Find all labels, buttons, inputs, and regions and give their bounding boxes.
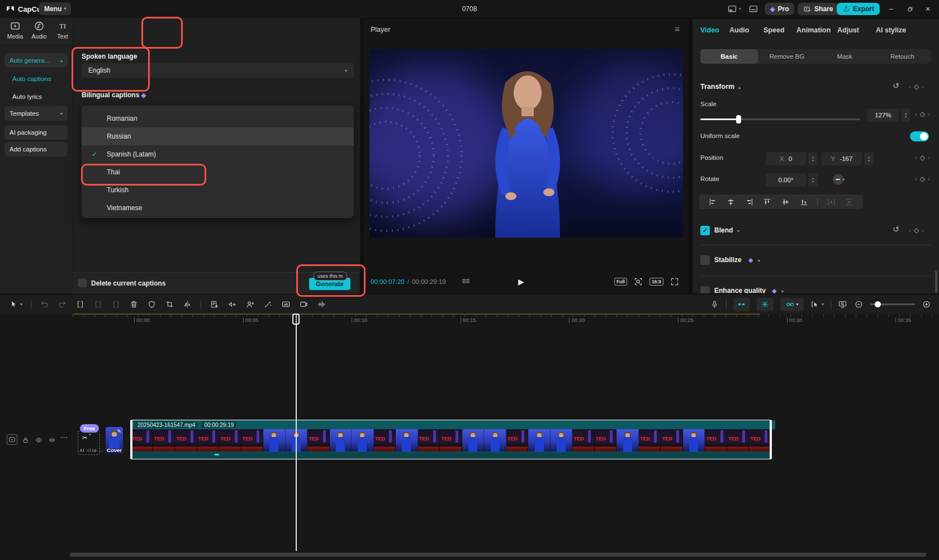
export-button[interactable]: Export bbox=[837, 3, 880, 15]
playhead-line[interactable] bbox=[296, 314, 297, 551]
subtab-retouch[interactable]: Retouch bbox=[874, 49, 931, 64]
sidebar-item-ai-packaging[interactable]: AI packaging bbox=[4, 125, 68, 140]
toolbar-tab-audio[interactable]: Audio bbox=[32, 20, 47, 40]
layout-toggle-icon[interactable] bbox=[727, 4, 738, 14]
subtab-basic[interactable]: Basic bbox=[700, 49, 758, 64]
timeline-preview-icon[interactable] bbox=[838, 300, 847, 309]
subtab-mask[interactable]: Mask bbox=[816, 49, 874, 64]
sidebar-item-templates[interactable]: Templates▾ bbox=[4, 106, 68, 121]
delete-captions-checkbox[interactable] bbox=[78, 279, 87, 287]
scale-slider[interactable] bbox=[700, 118, 860, 120]
chevron-down-icon[interactable]: ▾ bbox=[781, 289, 784, 293]
enhance-quality-checkbox[interactable] bbox=[700, 286, 710, 293]
select-tool[interactable]: ▾ bbox=[9, 300, 22, 309]
link-toggle-icon[interactable]: ▾ bbox=[780, 298, 804, 311]
preview-zoom-icon[interactable] bbox=[633, 277, 643, 287]
magic-tools-icon[interactable] bbox=[263, 300, 273, 309]
language-option-vietnamese[interactable]: Vietnamese bbox=[82, 199, 354, 217]
mute-icon[interactable] bbox=[147, 300, 156, 309]
align-right-icon[interactable] bbox=[744, 197, 754, 207]
blend-checkbox[interactable]: ✓ bbox=[700, 226, 710, 235]
share-button[interactable]: Share bbox=[798, 3, 838, 15]
inspector-tab-audio[interactable]: Audio bbox=[729, 26, 749, 34]
timeline-zoom-thumb[interactable] bbox=[875, 301, 881, 307]
redo-icon[interactable] bbox=[58, 300, 67, 309]
transform-keyframe-nav[interactable]: ‹◇› bbox=[909, 83, 924, 91]
zoom-out-icon[interactable] bbox=[854, 300, 864, 309]
delete-left-icon[interactable] bbox=[93, 300, 103, 309]
playhead-handle[interactable] bbox=[292, 314, 300, 325]
zoom-in-icon[interactable] bbox=[922, 300, 931, 309]
mute-track-icon[interactable] bbox=[48, 436, 56, 444]
rotate-value-field[interactable]: 0.00° bbox=[766, 173, 806, 187]
inspector-tab-video[interactable]: Video bbox=[700, 26, 719, 34]
inspector-tab-ai-stylize[interactable]: AI stylize bbox=[876, 26, 906, 34]
align-center-vertical-icon[interactable] bbox=[781, 197, 790, 207]
pro-badge[interactable]: ◆ Pro bbox=[765, 3, 794, 15]
blend-keyframe-nav[interactable]: ‹◇› bbox=[909, 226, 924, 234]
stabilize-checkbox[interactable] bbox=[700, 255, 710, 265]
sidebar-item-auto-lyrics[interactable]: Auto lyrics bbox=[4, 89, 68, 104]
transform-section-title[interactable]: Transform bbox=[700, 83, 734, 91]
play-button[interactable]: ▶ bbox=[518, 277, 524, 286]
lock-track-icon[interactable] bbox=[21, 436, 30, 444]
toolbar-tab-media[interactable]: Media bbox=[7, 20, 23, 40]
scale-stepper[interactable]: ▴▾ bbox=[901, 108, 910, 122]
undo-icon[interactable] bbox=[40, 300, 49, 309]
fullscreen-icon[interactable] bbox=[670, 277, 680, 287]
restore-button[interactable] bbox=[903, 2, 917, 16]
delete-right-icon[interactable] bbox=[111, 300, 121, 309]
clip-left-handle[interactable] bbox=[130, 420, 132, 459]
track-more-icon[interactable]: ⋯ bbox=[60, 433, 68, 442]
inspector-tab-speed[interactable]: Speed bbox=[763, 26, 785, 34]
position-x-stepper[interactable]: ▴▾ bbox=[808, 152, 818, 165]
position-keyframe-nav[interactable]: ‹◇› bbox=[915, 154, 930, 162]
reset-blend-icon[interactable]: ↺ bbox=[893, 225, 899, 234]
minimize-button[interactable]: − bbox=[884, 2, 898, 16]
rotate-keyframe-nav[interactable]: ‹◇› bbox=[915, 175, 930, 183]
ai-clip-module[interactable]: ✂ ✦ AI clip... bbox=[78, 430, 100, 455]
mirror-icon[interactable] bbox=[183, 300, 192, 309]
sidebar-item-auto-genera-[interactable]: Auto genera...▴ bbox=[4, 53, 68, 68]
subtab-remove-bg[interactable]: Remove BG bbox=[758, 49, 815, 64]
language-option-spanish-latam-[interactable]: ✓Spanish (Latam) bbox=[82, 145, 354, 163]
scale-slider-thumb[interactable] bbox=[736, 115, 741, 124]
sidebar-item-auto-captions[interactable]: Auto captions bbox=[4, 72, 68, 86]
cover-thumbnail[interactable]: ✎ Cover bbox=[106, 427, 123, 454]
position-x-field[interactable]: X 0 bbox=[766, 152, 806, 165]
split-icon[interactable] bbox=[75, 300, 85, 309]
align-center-horizontal-icon[interactable] bbox=[726, 197, 736, 207]
inspector-tab-animation[interactable]: Animation bbox=[796, 26, 831, 34]
enhance-hd-icon[interactable] bbox=[281, 300, 291, 309]
audio-waveform-icon[interactable] bbox=[317, 300, 326, 309]
close-button[interactable]: × bbox=[921, 2, 935, 16]
scale-value-field[interactable]: 127% bbox=[867, 108, 899, 122]
clip-right-handle[interactable] bbox=[770, 420, 772, 459]
position-y-field[interactable]: Y -167 bbox=[822, 152, 862, 165]
sidebar-item-add-captions[interactable]: Add captions bbox=[4, 142, 68, 156]
distribute-horizontal-icon[interactable] bbox=[827, 197, 836, 207]
caption-display-icon[interactable] bbox=[748, 4, 759, 14]
extract-audio-icon[interactable] bbox=[227, 300, 237, 309]
snap-toggle-icon[interactable] bbox=[733, 298, 750, 311]
position-y-stepper[interactable]: ▴▾ bbox=[864, 152, 874, 165]
align-left-icon[interactable] bbox=[708, 197, 718, 207]
rotate-dial[interactable] bbox=[833, 174, 844, 185]
menu-button[interactable]: Menu ▾ bbox=[39, 2, 71, 15]
hide-track-icon[interactable] bbox=[35, 436, 43, 444]
record-voiceover-icon[interactable] bbox=[710, 300, 719, 309]
chevron-down-icon[interactable]: ▾ bbox=[758, 258, 760, 263]
timeline-zoom-slider[interactable] bbox=[870, 303, 915, 305]
language-option-turkish[interactable]: Turkish bbox=[82, 181, 354, 199]
align-bottom-icon[interactable] bbox=[799, 197, 809, 207]
language-option-romanian[interactable]: Romanian bbox=[82, 110, 354, 127]
player-menu-icon[interactable]: ≡ bbox=[675, 24, 680, 34]
scale-keyframe-nav[interactable]: ‹◇› bbox=[915, 110, 930, 118]
delete-icon[interactable] bbox=[129, 300, 139, 309]
crop-icon[interactable] bbox=[165, 300, 174, 309]
spoken-language-select[interactable]: English ▾ bbox=[82, 63, 354, 78]
extract-captions-icon[interactable] bbox=[210, 300, 219, 309]
chevron-down-icon[interactable]: ▾ bbox=[737, 229, 739, 234]
auto-split-toggle-icon[interactable] bbox=[757, 298, 774, 311]
chevron-down-icon[interactable]: ▾ bbox=[739, 7, 741, 11]
